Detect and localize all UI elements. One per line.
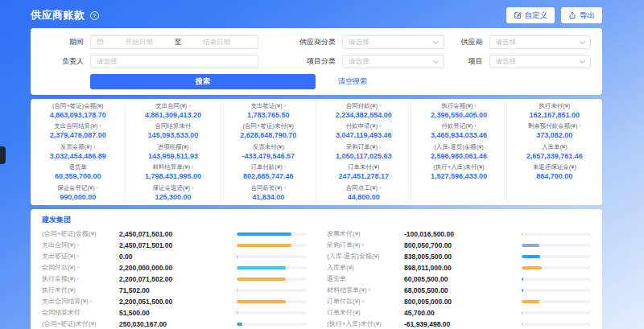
project-category-select[interactable]: 请选择 — [342, 55, 444, 68]
chart-row: 支出合同(¥)›2,450,071,501.00 — [42, 240, 306, 251]
chart-row-label[interactable]: 材料结算单(¥)› — [327, 286, 404, 294]
chart-row-label: (执行+入库)未付(¥) — [327, 319, 404, 328]
kpi-cell[interactable]: 剩余预付款金额(¥)›373,082.00 — [507, 121, 602, 142]
kpi-label: (合同+签证)金额(¥) — [31, 102, 125, 110]
kpi-cell[interactable]: 保证金登记(¥)›990,000.00 — [31, 183, 126, 204]
customize-button-label: 自定义 — [525, 10, 548, 21]
chart-row-label[interactable]: 执行金额(¥)› — [42, 274, 119, 283]
kpi-grid: (合同+签证)金额(¥)4,863,093,178.70支出合同(¥)›4,86… — [31, 101, 602, 204]
kpi-value: 41,834.00 — [221, 192, 316, 202]
chart-row-value: 2,450,071,501.00 — [119, 241, 237, 249]
kpi-value: 3,032,454,486.89 — [31, 151, 125, 161]
chart-row-value: 800,050,700.00 — [404, 241, 522, 249]
kpi-cell[interactable]: 材料结算单(¥)›1,798,431,995.00 — [126, 162, 221, 183]
kpi-cell[interactable]: 支出合同结算(¥)›2,379,476,087.00 — [31, 121, 126, 142]
help-icon[interactable]: ? — [90, 11, 99, 20]
chart-row-value: 898,011,000.00 — [404, 264, 522, 272]
chart-row-bar — [237, 278, 306, 281]
kpi-label: 材料结算单(¥)› — [126, 163, 220, 171]
kpi-value: 802,665,747.46 — [221, 171, 316, 181]
chart-row-label: 入库单(¥) — [327, 263, 404, 272]
kpi-summary-panel: (合同+签证)金额(¥)4,863,093,178.70支出合同(¥)›4,86… — [31, 99, 602, 205]
chart-row: 退货单60,005,500.00 — [327, 273, 591, 285]
date-to-label: 至 — [175, 38, 182, 47]
chart-row: (入库-退货)金额(¥)838,005,500.00 — [327, 251, 591, 262]
project-select[interactable]: 请选择 — [489, 55, 592, 68]
chart-row: (合同+签证)未付(¥)250,030,167.00 — [42, 319, 306, 329]
kpi-cell[interactable]: 合同薪资(¥)›41,834.00 — [221, 183, 316, 204]
kpi-cell[interactable]: 订单付款(¥)›802,665,747.46 — [221, 162, 316, 183]
kpi-cell: 未返还保证金(¥)864,700.00 — [507, 162, 602, 183]
date-range-input[interactable]: 开始日期 至 结束日期 — [90, 35, 258, 49]
kpi-cell[interactable]: 发票金额(¥)›3,032,454,486.89 — [31, 142, 126, 162]
chart-row-bar — [522, 311, 591, 315]
kpi-cell[interactable]: 支出签证(¥)›1,783,765.50 — [221, 101, 316, 121]
end-date-placeholder: 结束日期 — [203, 38, 230, 47]
supplier-select[interactable]: 请选择 — [489, 35, 592, 49]
supplier-label: 供应商 — [444, 37, 483, 47]
kpi-cell[interactable]: 执行金额(¥)›2,396,550,405.00 — [411, 101, 506, 121]
chart-row-bar — [237, 311, 306, 315]
chart-row: (合同+签证)金额(¥)2,450,071,501.00 — [42, 228, 306, 240]
kpi-label: 发票未付(¥) — [221, 143, 316, 151]
chevron-down-icon — [580, 57, 585, 63]
kpi-cell[interactable]: 付款申请(¥)›3,047,119,493.46 — [316, 121, 411, 142]
chevron-down-icon — [432, 57, 438, 63]
chart-row-bar — [522, 323, 591, 326]
kpi-value: 864,700.00 — [507, 171, 602, 181]
chart-row: 材料结算单(¥)›68,005,500.00 — [327, 285, 591, 296]
kpi-value: 4,861,309,413.20 — [126, 110, 220, 120]
chart-row-value: 800,005,000.00 — [404, 298, 522, 306]
chart-row-label: (入库-退货)金额(¥) — [327, 252, 404, 261]
sidebar-collapse-handle[interactable] — [0, 146, 6, 164]
kpi-cell[interactable]: 保证金返还(¥)›125,300.00 — [126, 183, 221, 204]
chart-row-label[interactable]: 订单付款(¥)› — [327, 297, 404, 306]
kpi-label: 保证金返还(¥)› — [126, 184, 220, 192]
page-header: 供应商账款 ? 自定义 导出 — [31, 6, 602, 24]
supplier-category-select[interactable]: 请选择 — [342, 35, 444, 49]
chart-row-label[interactable]: 采购订单(¥)› — [327, 241, 404, 249]
chart-row-bar — [522, 255, 591, 258]
calendar-icon — [97, 38, 104, 47]
kpi-value: 3,047,119,493.46 — [316, 130, 411, 140]
chart-row-value: 2,200,071,502.00 — [119, 275, 237, 283]
chart-row-value: 71,502.00 — [119, 286, 237, 294]
filter-row-2: 负责人 请选择 项目分类 请选择 项目 请选择 — [42, 55, 591, 68]
chart-row-label[interactable]: 支出合同结算(¥)› — [42, 297, 119, 306]
clear-search-button[interactable]: 清空搜索 — [338, 76, 367, 87]
search-button[interactable]: 搜索 — [90, 74, 316, 89]
kpi-label: 付款登记(¥)› — [411, 122, 506, 130]
chart-columns: (合同+签证)金额(¥)2,450,071,501.00支出合同(¥)›2,45… — [42, 228, 591, 329]
export-button[interactable]: 导出 — [561, 7, 602, 23]
chart-row-bar — [522, 289, 591, 292]
kpi-value: 3,465,934,033.46 — [411, 130, 506, 140]
kpi-cell[interactable]: 合同付款(¥)›2,234,382,554.00 — [316, 101, 411, 121]
group-name[interactable]: 建发集团 — [42, 215, 591, 225]
kpi-label: (合同+签证)未付(¥) — [221, 122, 316, 130]
kpi-cell[interactable]: 付款登记(¥)›3,465,934,033.46 — [411, 121, 506, 142]
chart-row-label[interactable]: 支出签证(¥)› — [42, 252, 119, 261]
kpi-value: 373,082.00 — [507, 130, 602, 140]
supplier-category-label: 供应商分类 — [258, 37, 336, 47]
kpi-label: 合同结算未付 — [126, 122, 220, 130]
chart-row: 支出签证(¥)›0.00 — [42, 251, 306, 262]
chart-row: 入库单(¥)898,011,000.00 — [327, 262, 591, 273]
chart-row-label[interactable]: 合同付款(¥)› — [42, 263, 119, 272]
edit-icon — [514, 11, 522, 19]
filter-row-1: 期间 开始日期 至 结束日期 供应商分类 请选择 供应商 请选择 — [42, 35, 591, 49]
project-category-label: 项目分类 — [258, 56, 336, 67]
kpi-cell[interactable]: 采购订单(¥)›1,050,117,025.63 — [316, 142, 411, 162]
chart-row-bar — [237, 232, 306, 236]
chart-row-value: 2,200,051,500.00 — [119, 298, 237, 306]
chart-row-label[interactable]: 支出合同(¥)› — [42, 241, 119, 249]
owner-select[interactable]: 请选择 — [90, 55, 258, 68]
filter-actions: 搜索 清空搜索 — [90, 74, 591, 89]
page-title: 供应商账款 — [31, 8, 85, 23]
kpi-cell[interactable]: 合同点工(¥)›44,800.00 — [316, 183, 411, 204]
kpi-label: 入库单(¥) — [507, 143, 602, 151]
kpi-label: 支出合同(¥)› — [126, 102, 220, 110]
customize-button[interactable]: 自定义 — [506, 7, 555, 23]
export-button-label: 导出 — [580, 10, 595, 21]
kpi-cell[interactable]: 支出合同(¥)›4,861,309,413.20 — [126, 101, 221, 121]
chart-row-value: 838,005,500.00 — [404, 253, 522, 261]
